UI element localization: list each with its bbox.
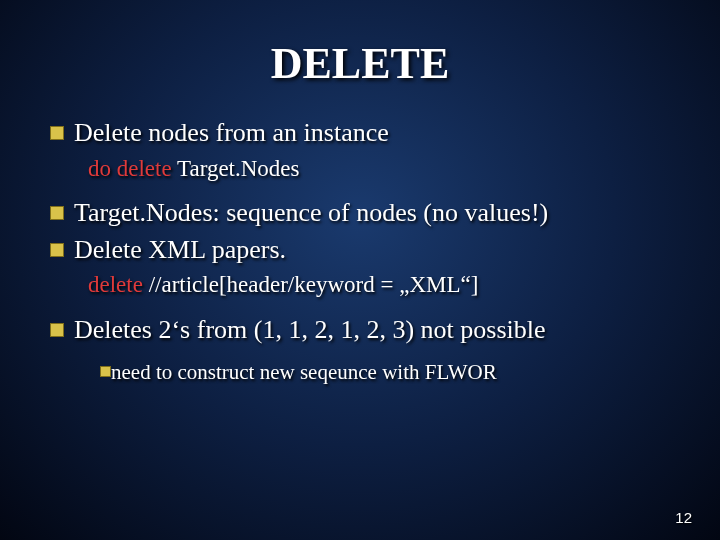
page-number: 12	[675, 509, 692, 526]
bullet-square-icon	[50, 323, 64, 337]
bullet-item: Deletes 2‘s from (1, 1, 2, 1, 2, 3) not …	[50, 314, 680, 347]
bullet-square-icon	[50, 206, 64, 220]
bullet-item: Delete nodes from an instance	[50, 117, 680, 150]
bullet-square-icon	[100, 366, 111, 377]
slide: DELETE Delete nodes from an instance do …	[0, 0, 720, 540]
bullet-text: Deletes 2‘s from (1, 1, 2, 1, 2, 3) not …	[74, 314, 546, 347]
code-text: //article[header/keyword = „XML“]	[149, 272, 479, 297]
bullet-square-icon	[50, 243, 64, 257]
keyword-text: delete	[88, 272, 149, 297]
bullet-text: need to construct new seqeunce with FLWO…	[111, 359, 497, 385]
bullet-text: Delete XML papers.	[74, 234, 286, 267]
bullet-square-icon	[50, 126, 64, 140]
keyword-text: do delete	[88, 156, 177, 181]
bullet-item: Target.Nodes: sequence of nodes (no valu…	[50, 197, 680, 230]
slide-title: DELETE	[40, 38, 680, 89]
bullet-text: Delete nodes from an instance	[74, 117, 389, 150]
code-text: Target.Nodes	[177, 156, 300, 181]
bullet-item: Delete XML papers.	[50, 234, 680, 267]
code-line: do delete Target.Nodes	[88, 154, 680, 184]
code-line: delete //article[header/keyword = „XML“]	[88, 270, 680, 300]
bullet-text: Target.Nodes: sequence of nodes (no valu…	[74, 197, 548, 230]
bullet-item-nested: need to construct new seqeunce with FLWO…	[100, 359, 680, 385]
